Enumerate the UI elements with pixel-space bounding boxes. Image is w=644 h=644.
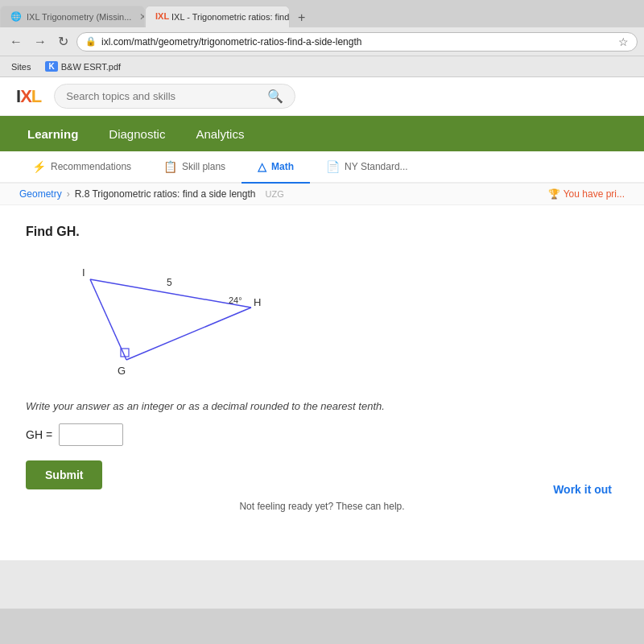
subnav-ny-standards[interactable]: 📄 NY Standard... — [310, 151, 424, 184]
recommendations-icon: ⚡ — [32, 160, 46, 173]
lock-icon: 🔒 — [85, 36, 97, 47]
not-ready-text: Not feeling ready yet? These can help. — [239, 501, 404, 512]
breadcrumb-current: R.8 Trigonometric ratios: find a side le… — [75, 188, 256, 200]
svg-text:I: I — [82, 266, 85, 279]
breadcrumb: Geometry › R.8 Trigonometric ratios: fin… — [19, 188, 284, 200]
svg-text:5: 5 — [167, 277, 172, 288]
trophy-icon: 🏆 — [548, 188, 560, 200]
triangle-svg: I H G 5 24° — [42, 255, 283, 384]
breadcrumb-bar: Geometry › R.8 Trigonometric ratios: fin… — [0, 184, 644, 205]
bookmark-esrt-favicon: K — [45, 61, 57, 72]
subnav-skill-plans[interactable]: 📋 Skill plans — [147, 151, 242, 184]
subnav-recommendations[interactable]: ⚡ Recommendations — [16, 151, 147, 184]
ixl-page: IXL 🔍 Learning Diagnostic Analytics ⚡ Re… — [0, 77, 644, 560]
ixl-logo: IXL — [16, 86, 41, 107]
new-tab-button[interactable]: + — [290, 8, 313, 27]
work-it-out-link[interactable]: Work it out — [553, 483, 612, 496]
subnav-skill-plans-label: Skill plans — [182, 161, 225, 172]
ixl-header: IXL 🔍 — [0, 77, 644, 116]
prize-text: You have pri... — [564, 188, 625, 200]
bookmark-sites[interactable]: Sites — [8, 61, 34, 72]
bookmark-sites-label: Sites — [11, 62, 31, 72]
svg-line-2 — [90, 279, 126, 360]
instruction-text: Write your answer as an integer or as a … — [26, 400, 618, 412]
address-text: ixl.com/math/geometry/trigonometric-rati… — [101, 36, 613, 47]
tab1-close[interactable]: ✕ — [139, 11, 145, 23]
tab2-label: IXL - Trigonometric ratios: find a... — [171, 12, 290, 22]
search-icon: 🔍 — [267, 89, 283, 104]
tab1-favicon: 🌐 — [10, 11, 22, 23]
answer-label: GH = — [26, 428, 52, 441]
answer-row: GH = — [26, 423, 618, 446]
svg-text:H: H — [254, 296, 261, 308]
breadcrumb-separator: › — [67, 188, 70, 200]
tab1-label: IXL Trigonometry (Missin... — [27, 12, 131, 22]
nav-analytics[interactable]: Analytics — [192, 119, 247, 149]
prize-notice: 🏆 You have pri... — [548, 188, 625, 200]
skill-plans-icon: 📋 — [163, 160, 177, 173]
search-input[interactable] — [66, 90, 261, 102]
content-area: Find GH. I H G 5 24° Write your — [0, 205, 644, 560]
ny-standards-icon: 📄 — [326, 160, 340, 173]
question-title: Find GH. — [26, 225, 618, 239]
forward-button[interactable]: → — [31, 33, 50, 51]
address-bar-row: ← → ↻ 🔒 ixl.com/math/geometry/trigonomet… — [0, 27, 644, 56]
svg-line-1 — [126, 308, 251, 360]
bottom-bar — [0, 560, 644, 609]
address-bar[interactable]: 🔒 ixl.com/math/geometry/trigonometric-ra… — [76, 32, 638, 52]
subnav-math[interactable]: △ Math — [242, 151, 310, 184]
svg-text:24°: 24° — [229, 295, 242, 305]
browser-chrome: 🌐 IXL Trigonometry (Missin... ✕ IXL IXL … — [0, 0, 644, 77]
logo-x: X — [20, 86, 31, 106]
sub-nav: ⚡ Recommendations 📋 Skill plans △ Math 📄… — [0, 151, 644, 184]
svg-text:G: G — [118, 365, 126, 377]
breadcrumb-label: UZG — [265, 189, 283, 199]
bookmark-esrt-label: B&W ESRT.pdf — [61, 62, 121, 72]
answer-input[interactable] — [59, 423, 123, 446]
subnav-recommendations-label: Recommendations — [51, 161, 131, 172]
breadcrumb-geometry-link[interactable]: Geometry — [19, 188, 62, 200]
triangle-diagram: I H G 5 24° — [42, 255, 283, 384]
tab-bar: 🌐 IXL Trigonometry (Missin... ✕ IXL IXL … — [0, 0, 644, 27]
nav-diagnostic[interactable]: Diagnostic — [105, 119, 168, 149]
back-button[interactable]: ← — [6, 33, 26, 51]
tab-2[interactable]: IXL IXL - Trigonometric ratios: find a..… — [145, 6, 290, 27]
refresh-button[interactable]: ↻ — [55, 32, 72, 51]
logo-l: L — [31, 86, 41, 106]
subnav-math-label: Math — [271, 161, 294, 172]
search-bar[interactable]: 🔍 — [54, 84, 295, 109]
tab2-favicon: IXL — [155, 11, 167, 23]
submit-button[interactable]: Submit — [26, 460, 102, 489]
green-nav: Learning Diagnostic Analytics — [0, 116, 644, 151]
nav-learning[interactable]: Learning — [24, 119, 81, 149]
math-icon: △ — [258, 160, 266, 173]
bookmark-star-icon[interactable]: ☆ — [618, 35, 629, 48]
bookmark-esrt[interactable]: K B&W ESRT.pdf — [42, 60, 124, 72]
subnav-ny-standards-label: NY Standard... — [345, 161, 408, 172]
bookmarks-bar: Sites K B&W ESRT.pdf — [0, 56, 644, 77]
tab-1[interactable]: 🌐 IXL Trigonometry (Missin... ✕ — [0, 6, 145, 27]
